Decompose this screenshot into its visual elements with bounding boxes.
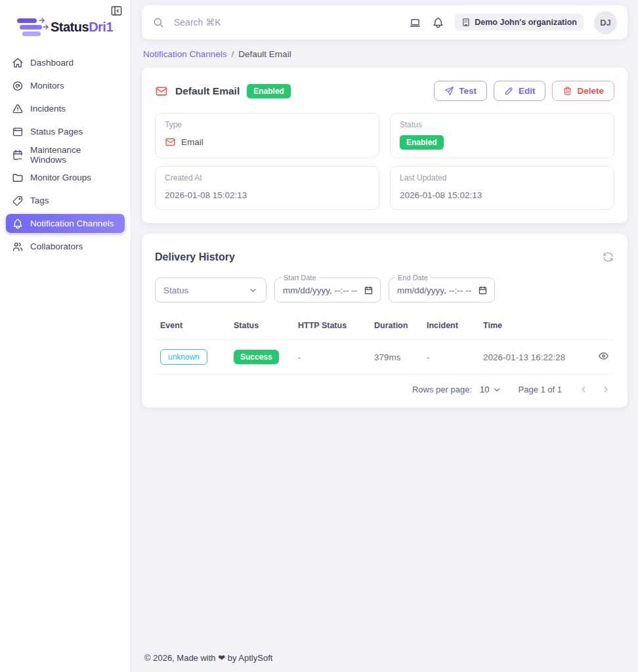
- alert-triangle-icon: [12, 103, 24, 115]
- trash-icon: [563, 86, 572, 96]
- search-input[interactable]: [174, 17, 409, 28]
- chevron-down-icon: [492, 385, 501, 394]
- delivery-filters: Status Start Date mm/dd/yyyy, --:-- -- E…: [155, 278, 614, 303]
- chevron-down-icon: [248, 285, 258, 295]
- sidebar-nav: Dashboard Monitors Incidents Status Page…: [0, 39, 131, 256]
- column-header-incident: Incident: [421, 312, 478, 340]
- edit-icon: [504, 86, 514, 96]
- monitors-icon: [12, 80, 24, 92]
- users-icon: [12, 241, 24, 253]
- calendar-icon[interactable]: [364, 285, 373, 295]
- sidebar-item-monitor-groups[interactable]: Monitor Groups: [6, 168, 125, 187]
- logo-text: StatusDri1: [51, 20, 113, 35]
- column-header-actions: [583, 312, 614, 340]
- breadcrumb: Notification Channels / Default Email: [142, 39, 627, 68]
- topbar: Demo John's organization DJ: [142, 5, 627, 39]
- column-header-http-status: HTTP Status: [293, 312, 369, 340]
- sidebar-item-label: Monitor Groups: [30, 173, 91, 182]
- main-content: Demo John's organization DJ Notification…: [131, 0, 638, 672]
- sidebar-item-dashboard[interactable]: Dashboard: [6, 53, 125, 72]
- chevron-left-icon[interactable]: [579, 385, 589, 394]
- sidebar-item-incidents[interactable]: Incidents: [6, 99, 125, 118]
- column-header-time: Time: [478, 312, 583, 340]
- channel-title: Default Email: [175, 85, 240, 97]
- field-created-at: Created At 2026-01-08 15:02:13: [155, 166, 379, 210]
- delivery-history-table: Event Status HTTP Status Duration Incide…: [155, 312, 614, 374]
- rows-per-page-select[interactable]: 10: [480, 385, 501, 394]
- time-cell: 2026-01-13 16:22:28: [478, 340, 583, 375]
- tag-icon: [12, 195, 24, 207]
- calendar-icon[interactable]: [478, 285, 488, 295]
- sidebar-item-label: Collaborators: [30, 242, 83, 251]
- field-type: Type Email: [155, 113, 379, 158]
- theme-monitor-icon[interactable]: [409, 16, 421, 29]
- sidebar-item-label: Status Pages: [30, 127, 83, 136]
- pagination: Rows per page: 10 Page 1 of 1: [155, 374, 614, 402]
- chevron-right-icon[interactable]: [601, 385, 610, 394]
- logo-icon: [17, 18, 47, 36]
- breadcrumb-separator: /: [232, 49, 234, 59]
- breadcrumb-current: Default Email: [238, 49, 291, 59]
- organization-switcher[interactable]: Demo John's organization: [455, 14, 584, 31]
- sidebar-item-tags[interactable]: Tags: [6, 191, 125, 210]
- table-row: unknown Success - 379ms - 2026-01-13 16:…: [155, 340, 614, 375]
- page-info: Page 1 of 1: [519, 385, 563, 394]
- sidebar: StatusDri1 Dashboard Monitors Incidents …: [0, 0, 131, 672]
- sidebar-item-label: Incidents: [30, 104, 66, 114]
- delivery-history-card: Delivery History Status Start Date mm/dd…: [142, 234, 627, 408]
- send-icon: [444, 86, 454, 96]
- app-logo[interactable]: StatusDri1: [9, 18, 124, 36]
- sidebar-item-label: Monitors: [30, 81, 64, 91]
- eye-icon[interactable]: [598, 350, 609, 362]
- column-header-status: Status: [228, 312, 293, 340]
- bell-icon: [12, 218, 24, 230]
- sidebar-collapse-icon[interactable]: [109, 3, 124, 18]
- delete-button[interactable]: Delete: [552, 81, 614, 101]
- breadcrumb-parent-link[interactable]: Notification Channels: [143, 49, 227, 59]
- column-header-duration: Duration: [369, 312, 421, 340]
- status-filter-select[interactable]: Status: [155, 278, 266, 303]
- refresh-icon[interactable]: [602, 251, 614, 263]
- avatar[interactable]: DJ: [594, 11, 617, 34]
- home-icon: [12, 57, 24, 69]
- event-chip: unknown: [160, 349, 207, 365]
- sidebar-item-label: Dashboard: [30, 58, 74, 68]
- building-icon: [461, 18, 471, 27]
- channel-fields: Type Email Status Enabled Created At 202…: [155, 113, 614, 210]
- search-icon: [152, 16, 165, 29]
- mail-icon: [165, 136, 176, 148]
- topbar-right: Demo John's organization DJ: [409, 11, 617, 34]
- start-date-input[interactable]: Start Date mm/dd/yyyy, --:-- --: [274, 278, 381, 303]
- sidebar-item-label: Maintenance Windows: [30, 145, 119, 165]
- sidebar-item-collaborators[interactable]: Collaborators: [6, 237, 125, 256]
- field-last-updated: Last Updated 2026-01-08 15:02:13: [390, 166, 614, 210]
- global-search[interactable]: [152, 16, 409, 29]
- http-status-cell: -: [293, 340, 369, 375]
- edit-button[interactable]: Edit: [494, 81, 546, 101]
- sidebar-item-label: Notification Channels: [30, 219, 114, 228]
- sidebar-item-label: Tags: [30, 196, 49, 205]
- status-chip: Success: [234, 350, 279, 364]
- footer-copyright: © 2026, Made with ❤ by AptlySoft: [142, 648, 627, 665]
- field-status: Status Enabled: [390, 113, 614, 158]
- channel-detail-card: Default Email Enabled Test Edit Delete: [142, 68, 627, 223]
- sidebar-item-maintenance-windows[interactable]: Maintenance Windows: [6, 145, 125, 164]
- duration-cell: 379ms: [369, 340, 421, 375]
- sidebar-item-notification-channels[interactable]: Notification Channels: [6, 214, 125, 233]
- delivery-history-title: Delivery History: [155, 251, 235, 263]
- sidebar-header: StatusDri1: [0, 0, 131, 39]
- sidebar-item-monitors[interactable]: Monitors: [6, 76, 125, 95]
- folder-icon: [12, 172, 24, 184]
- column-header-event: Event: [155, 312, 228, 340]
- test-button[interactable]: Test: [434, 81, 487, 101]
- status-badge: Enabled: [400, 135, 444, 150]
- sidebar-item-status-pages[interactable]: Status Pages: [6, 122, 125, 141]
- channel-status-badge: Enabled: [247, 84, 291, 98]
- end-date-input[interactable]: End Date mm/dd/yyyy, --:-- --: [389, 278, 495, 303]
- organization-name: Demo John's organization: [475, 18, 577, 27]
- calendar-icon: [12, 149, 24, 161]
- mail-icon: [155, 85, 168, 98]
- notifications-bell-icon[interactable]: [432, 16, 444, 29]
- incident-cell: -: [421, 340, 478, 375]
- browser-icon: [12, 126, 24, 138]
